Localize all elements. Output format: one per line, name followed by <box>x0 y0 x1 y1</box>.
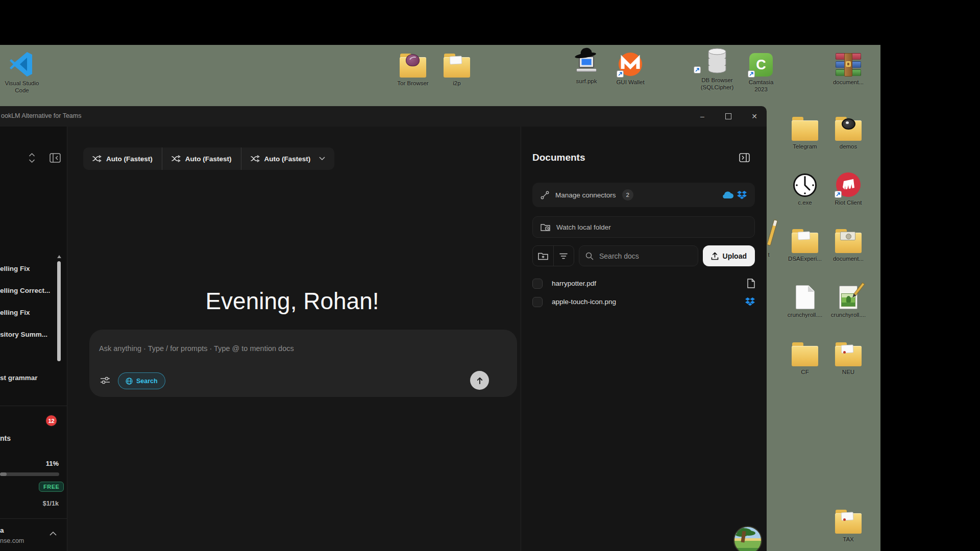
clock-icon <box>793 173 817 197</box>
screen: t Visual Studio Code Tor Browser i2p sur… <box>0 0 980 551</box>
desktop-icon-label: GUI Wallet <box>608 79 652 86</box>
collapse-sidebar-icon[interactable] <box>50 153 61 163</box>
minimize-button[interactable]: – <box>691 106 714 127</box>
shortcut-arrow-icon <box>617 70 624 78</box>
desktop-icon-demos[interactable]: demos <box>826 111 870 150</box>
file-row[interactable]: apple-touch-icon.png <box>532 293 755 311</box>
tune-sliders-icon[interactable] <box>100 377 110 384</box>
history-item[interactable]: st grammar <box>0 374 38 382</box>
connector-icon <box>541 191 549 199</box>
window-titlebar[interactable]: ookLM Alternative for Teams – ✕ <box>0 106 767 127</box>
plan-badge: FREE <box>39 482 64 492</box>
divider <box>0 518 67 519</box>
collapse-panel-icon[interactable] <box>739 153 750 162</box>
account-email: nse.com <box>0 537 24 544</box>
filter-button[interactable] <box>553 246 574 266</box>
send-button[interactable] <box>470 371 489 390</box>
folder-icon <box>835 233 862 253</box>
onion-icon <box>406 54 420 66</box>
filter-icon <box>559 253 568 259</box>
shortcut-arrow-icon <box>835 191 842 198</box>
watch-local-folder-row[interactable]: Watch local folder <box>532 216 755 238</box>
desktop-icon-label: Riot Client <box>826 199 870 206</box>
letterbox-top <box>0 0 980 45</box>
desktop-icon-camtasia[interactable]: C Camtasia 2023 <box>739 47 783 93</box>
desktop-icon-label: Tor Browser <box>391 80 435 87</box>
window-title: ookLM Alternative for Teams <box>1 112 81 119</box>
desktop-icon-tax[interactable]: TAX <box>826 504 870 543</box>
desktop-icon-label: document... <box>826 79 870 86</box>
folder-icon <box>792 233 818 253</box>
desktop-icon-riot-client[interactable]: Riot Client <box>826 167 870 206</box>
sort-updown-icon[interactable] <box>28 153 36 163</box>
model-label: Auto (Fastest) <box>264 155 311 163</box>
tropical-photo-icon[interactable] <box>733 526 762 551</box>
close-button[interactable]: ✕ <box>743 106 766 127</box>
upload-button[interactable]: Upload <box>703 245 755 266</box>
desktop-icon-label: TAX <box>826 536 870 543</box>
account-name[interactable]: a <box>0 527 4 534</box>
desktop-icon-neu[interactable]: NEU <box>826 337 870 375</box>
dropbox-icon <box>745 297 755 306</box>
red-dot-icon <box>843 351 846 354</box>
file-checkbox[interactable] <box>532 297 543 307</box>
arrow-up-icon <box>476 377 483 385</box>
desktop-icon-document-folder[interactable]: document... <box>826 223 870 262</box>
maximize-button[interactable] <box>717 106 740 127</box>
manage-connectors-row[interactable]: Manage connectors 2 <box>532 183 755 207</box>
docs-search-box[interactable] <box>579 245 698 266</box>
vscode-icon <box>9 51 35 78</box>
folder-icon <box>835 513 862 534</box>
desktop-icon-label: CF <box>783 368 827 375</box>
paper-icon <box>450 56 462 64</box>
model-selector[interactable]: Auto (Fastest) <box>241 147 335 170</box>
winrar-books-icon <box>836 53 861 77</box>
desktop-icon-cf[interactable]: CF <box>783 337 827 375</box>
composer[interactable]: Ask anything · Type / for prompts · Type… <box>89 330 517 397</box>
docs-search-input[interactable] <box>598 252 685 261</box>
file-row[interactable]: harrypotter.pdf <box>532 274 755 292</box>
model-selector[interactable]: Auto (Fastest) <box>162 147 241 170</box>
web-search-toggle[interactable]: Search <box>118 372 165 389</box>
desktop-icon-crunchyroll-file[interactable]: crunchyroll.... <box>783 280 827 318</box>
maximize-icon <box>725 113 731 119</box>
history-item[interactable]: elling Fix <box>0 265 30 272</box>
desktop-icon-db-browser[interactable]: DB Browser (SQLCipher) <box>695 45 739 91</box>
desktop-icon-label: i2p <box>435 80 479 87</box>
cloud-icon <box>722 191 734 199</box>
usage-rate: $1/1k <box>0 500 59 507</box>
desktop-icon-crunchyroll-notepad[interactable]: crunchyroll.... <box>826 280 870 318</box>
sidebar-scrollbar[interactable] <box>57 261 61 361</box>
scrollbar-up-arrow[interactable] <box>57 255 61 258</box>
model-selector[interactable]: Auto (Fastest) <box>83 147 162 170</box>
manage-connectors-label: Manage connectors <box>555 191 616 199</box>
sidebar-section-label[interactable]: nts <box>0 434 11 442</box>
desktop-icon-c-exe[interactable]: c.exe <box>783 167 827 206</box>
upload-label: Upload <box>723 252 747 260</box>
history-item[interactable]: elling Correct... <box>0 287 50 294</box>
shuffle-icon <box>92 155 102 162</box>
folder-icon <box>835 120 862 141</box>
new-folder-button[interactable] <box>533 246 553 266</box>
desktop-icon-gui-wallet[interactable]: GUI Wallet <box>608 47 652 86</box>
desktop-icon-label: document... <box>826 255 870 262</box>
watch-local-folder-label: Watch local folder <box>556 223 611 231</box>
desktop-icon-label: crunchyroll.... <box>783 311 827 318</box>
history-item[interactable]: elling Fix <box>0 309 30 316</box>
usage-percent: 11% <box>0 460 59 467</box>
desktop-icon-label: DB Browser <box>695 77 739 84</box>
desktop-icon-document-winrar[interactable]: document... <box>826 47 870 86</box>
file-checkbox[interactable] <box>532 279 543 289</box>
desktop-icon-visual-studio-code[interactable]: Visual Studio Code <box>0 48 44 94</box>
pencil-icon <box>767 219 778 246</box>
history-item[interactable]: sitory Summ... <box>0 331 47 338</box>
monero-icon <box>618 52 643 77</box>
desktop-icon-telegram[interactable]: Telegram <box>783 111 827 150</box>
file-name: apple-touch-icon.png <box>552 298 616 306</box>
desktop-icon-i2p[interactable]: i2p <box>435 48 479 87</box>
pencil-icon <box>853 282 865 296</box>
chevron-up-icon[interactable] <box>49 531 57 536</box>
desktop-icon-tor-browser[interactable]: Tor Browser <box>391 48 435 87</box>
search-toggle-label: Search <box>136 378 158 385</box>
desktop-icon-surf-ppk[interactable]: surf.ppk <box>565 46 608 85</box>
